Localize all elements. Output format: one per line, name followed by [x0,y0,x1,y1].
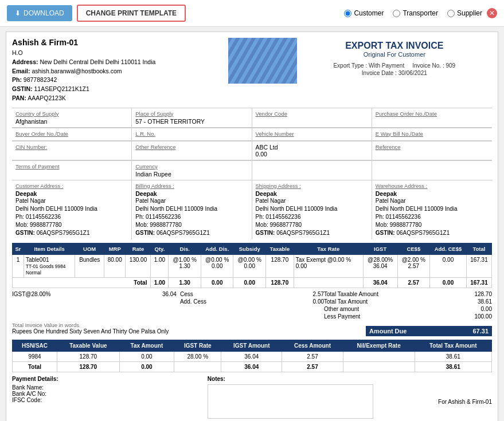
close-button[interactable]: ✕ [487,8,497,18]
eway-bill-label: E Way Bill No./Date [376,131,489,137]
table-row: 1 Table001TT-01 Goods 9984Normal Bundles… [13,254,492,277]
notes-label: Notes: [208,376,373,382]
col-subsidy: Subsidy [233,243,266,254]
row-add-cess: 0.00 [430,254,467,277]
total-tax-value: 38.61 [478,298,492,305]
warehouse-ph: Ph: 01145562236 [376,213,489,221]
currency-label: Currency [135,163,248,170]
payment-details: Payment Details: Bank Name: Bank A/C No:… [12,376,202,419]
col-igst: IGST [363,243,397,254]
hsn-cess: 2.57 [282,351,343,361]
vendor-code-label: Vendor Code [256,111,368,117]
row-igst: @28.00%36.04 [363,254,397,277]
warehouse-addr1: Patel Nagar [376,197,489,205]
hsn-col-igst-amount: IGST Amount [221,340,282,351]
shipping-mob: Mob: 9968877780 [256,221,368,229]
diagonal-pattern [228,38,297,84]
hsn-nil [343,351,415,361]
total-taxable-value: 128.70 [474,291,492,297]
row-mrp: 80.00 [104,254,125,277]
total-label: Total [13,277,151,288]
hq-label: H.O [12,49,228,58]
warehouse-addr2: Delhi North DELHI 110009 India [376,205,489,213]
shipping-gstin: GSTIN: 06AQSPS7965G1Z1 [256,229,368,237]
total-cess: 2.57 [397,277,430,288]
tax-right: Total Taxable Amount 128.70 Total Tax Am… [324,290,492,320]
purchase-order-cell: Purchase Order No./Date [372,108,492,128]
less-payment-row: Less Payment 100.00 [324,313,492,320]
customer-gstin: GSTIN: 06AQSPS7965G1Z1 [15,229,128,237]
col-add-dis: Add. Dis. [201,243,233,254]
hsn-total-cess: 2.57 [282,361,343,372]
currency-cell: Currency Indian Rupee [132,161,252,180]
invoice-date: Invoice Date : 30/06/2021 [362,70,427,76]
tax-left: IGST@28.00% 36.04 [12,290,180,320]
empty-cell2 [372,161,492,180]
cin-cell: CIN Number: [12,141,132,160]
notes-box [208,384,373,419]
hsn-col-tax-amount: Tax Amount [119,340,174,351]
billing-name: Deepak [135,190,248,197]
radio-transporter[interactable]: Transporter [393,9,438,17]
words-amount-section: Total Invoice Value in words Rupees One … [12,320,492,336]
other-reference-cell: Other Reference [132,141,252,160]
total-dis: 1.30 [169,277,201,288]
shipping-addr2: Delhi North DELHI 110009 India [256,205,368,213]
hsn-total-tax: 38.61 [415,351,491,361]
items-table: Sr Item Details UOM MRP Rate Qty. Dis. A… [12,243,492,288]
total-tax-row: Total Tax Amount 38.61 [324,298,492,305]
warehouse-mob: Mob: 9988877780 [376,221,489,229]
total-tax-label: Total Tax Amount [324,298,368,305]
billing-mob: Mob: 9988877780 [135,221,248,229]
row-uom: Bundles [75,254,104,277]
igst-label: IGST@28.00% [12,291,50,297]
total-taxable-row: Total Taxable Amount 128.70 [324,290,492,298]
hsn-hsn: 9984 [13,351,57,361]
bank-ac: Bank A/C No: [12,391,202,397]
email-label: Email: [12,68,30,74]
col-total: Total [466,243,491,254]
other-amount-row: Other amount 0.00 [324,305,492,313]
col-rate: Rate [126,243,151,254]
other-amount-value: 0.00 [481,306,492,312]
row-cess: @2.00 %2.57 [397,254,430,277]
total-taxable: 128.70 [266,277,294,288]
hsn-taxable: 128.70 [57,351,120,361]
total-qty: 1.00 [151,277,169,288]
hsn-total-label: Total [13,361,57,372]
invoice-no: Invoice No. : 909 [412,62,455,69]
radio-supplier[interactable]: Supplier [447,9,482,17]
hsn-total-taxable: 128.70 [57,361,120,372]
amount-due-row: Amount Due 67.31 [366,326,492,336]
billing-addr1: Patel Nagar [135,197,248,205]
download-label: DOWNLOAD [24,9,64,17]
total-tax-rate [294,277,363,288]
warehouse-address-label: Warehouse Address : [376,183,489,189]
export-tax-title: EXPORT TAX INVOICE [297,41,492,51]
radio-customer[interactable]: Customer [344,9,384,17]
terms-cell: Terms of Payment [12,161,132,180]
hsn-col-total-tax: Total Tax Amount [415,340,491,351]
other-reference-label: Other Reference [135,144,248,150]
hsn-total-row: Total 128.70 0.00 36.04 2.57 38.61 [13,361,492,372]
igst-row: IGST@28.00% 36.04 [12,290,177,298]
address-section: Customer Address : Deepak Patel Nagar De… [12,180,492,239]
email-value: ashish.baranwal@hostbooks.com [32,68,122,74]
pan-label: PAN: [12,95,26,101]
row-item: Table001TT-01 Goods 9984Normal [24,254,75,277]
download-button[interactable]: ⬇ DOWNLOAD [7,5,72,21]
reference-label: Reference [376,144,489,150]
change-template-button[interactable]: CHANGE PRINT TEMPLATE [77,5,186,22]
hsn-total-tax-amount: 0.00 [119,361,174,372]
col-qty: Qty. [151,243,169,254]
hsn-igst-amount: 36.04 [221,351,282,361]
row-sr: 1 [13,254,24,277]
hsn-row: 9984 128.70 0.00 28.00 % 36.04 2.57 38.6… [13,351,492,361]
shipping-name: Deepak [256,190,368,197]
billing-addr2: Delhi North DELHI 110009 India [135,205,248,213]
total-add-dis: 0.00 [201,277,233,288]
hsn-total-igst: 36.04 [221,361,282,372]
add-cess-row: Add. Cess 0.00 [180,298,324,305]
terms-label: Terms of Payment [15,163,128,170]
table-total-row: Total 1.00 1.30 0.00 0.00 128.70 36.04 2… [13,277,492,288]
